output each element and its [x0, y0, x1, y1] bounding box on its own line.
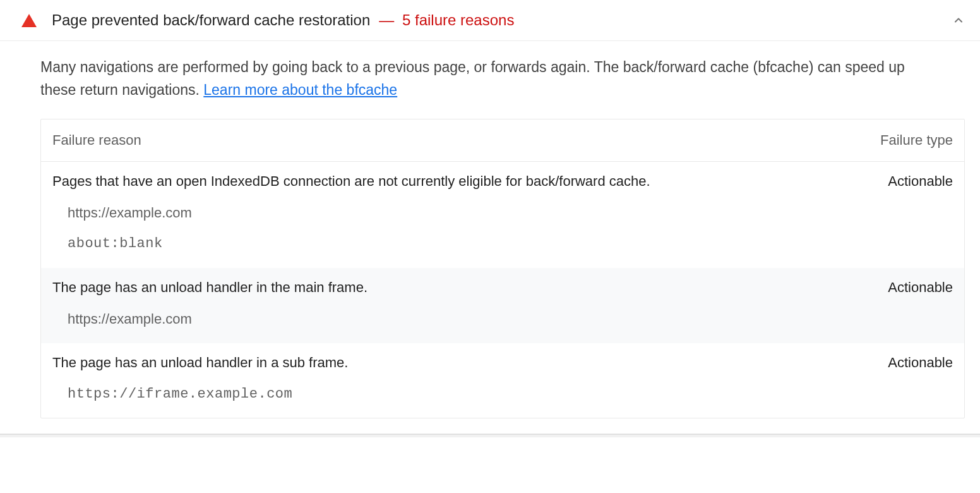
audit-summary-text: 5 failure reasons [402, 11, 514, 28]
audit-title: Page prevented back/forward cache restor… [52, 11, 370, 29]
audit-body: Many navigations are performed by going … [0, 41, 980, 434]
url-item: https://example.com [68, 310, 953, 329]
audit-summary: — 5 failure reasons [379, 11, 514, 29]
failure-type-text: Actionable [852, 173, 953, 190]
table-row: Pages that have an open IndexedDB connec… [41, 162, 964, 268]
failure-table: Failure reason Failure type Pages that h… [40, 119, 965, 418]
url-list: https://example.com [52, 310, 953, 329]
failure-reason-text: Pages that have an open IndexedDB connec… [52, 173, 852, 190]
failure-reason-text: The page has an unload handler in the ma… [52, 279, 852, 296]
failure-table-head: Failure reason Failure type [41, 119, 964, 162]
warning-triangle-icon [21, 14, 37, 27]
col-header-type: Failure type [852, 132, 953, 149]
learn-more-link[interactable]: Learn more about the bfcache [203, 82, 397, 98]
table-row-top: Pages that have an open IndexedDB connec… [52, 173, 953, 190]
chevron-up-icon [952, 14, 965, 27]
table-row-top: The page has an unload handler in the ma… [52, 279, 953, 296]
audit-description: Many navigations are performed by going … [40, 56, 943, 101]
audit-header[interactable]: Page prevented back/forward cache restor… [0, 0, 980, 41]
failure-rows-container: Pages that have an open IndexedDB connec… [41, 162, 964, 418]
failure-type-text: Actionable [852, 279, 953, 296]
table-row: The page has an unload handler in the ma… [41, 268, 964, 343]
audit-description-text: Many navigations are performed by going … [40, 59, 905, 98]
url-list: https://iframe.example.com [52, 385, 953, 405]
col-header-reason: Failure reason [52, 132, 852, 149]
table-row-top: The page has an unload handler in a sub … [52, 355, 953, 371]
url-item: https://iframe.example.com [68, 385, 953, 405]
failure-type-text: Actionable [852, 355, 953, 371]
failure-reason-text: The page has an unload handler in a sub … [52, 355, 852, 371]
audit-summary-dash: — [379, 11, 394, 28]
url-item: about:blank [68, 234, 953, 254]
audit-panel: Page prevented back/forward cache restor… [0, 0, 980, 434]
table-row: The page has an unload handler in a sub … [41, 343, 964, 418]
url-item: https://example.com [68, 204, 953, 223]
panel-footer-divider [0, 434, 980, 437]
url-list: https://example.comabout:blank [52, 204, 953, 254]
